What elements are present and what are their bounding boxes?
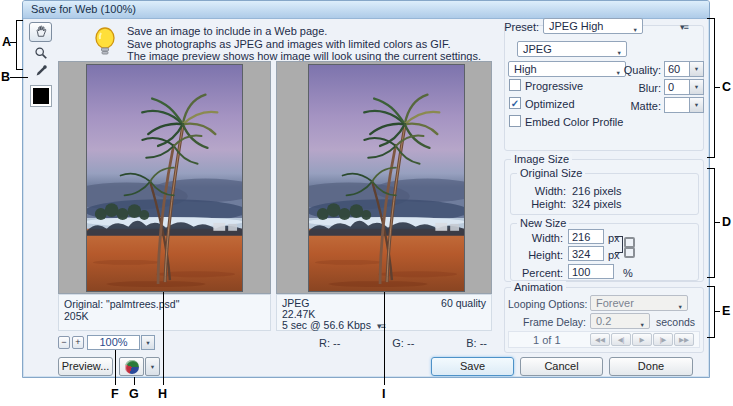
r-value: R: -- [319, 337, 340, 349]
original-status-bar: Original: "palmtrees.psd" 205K [58, 294, 271, 331]
g-value: G: -- [392, 337, 414, 349]
browser-preview-dropdown-button[interactable] [145, 357, 160, 376]
cancel-button[interactable]: Cancel [520, 357, 603, 376]
zoom-out-button[interactable]: − [58, 336, 70, 349]
new-height-input[interactable] [568, 246, 604, 261]
frame-delay-select[interactable]: 0.2 [590, 313, 650, 329]
constrain-link-icon[interactable] [624, 237, 632, 252]
save-for-web-dialog: Save for Web (100%) Save an image to inc… [22, 0, 710, 378]
callout-line-b [10, 77, 28, 78]
callout-line-h [163, 292, 164, 385]
lightbulb-icon [93, 27, 117, 59]
matte-input[interactable] [664, 97, 690, 113]
blur-label: Blur: [623, 82, 661, 94]
browser-globe-icon [125, 360, 139, 374]
callout-bracket-c [707, 18, 715, 158]
callout-line-d [715, 222, 720, 223]
optimized-label: Optimized [525, 98, 575, 110]
last-frame-button[interactable]: ▶▶ [674, 333, 694, 346]
looping-options-select[interactable]: Forever [590, 295, 688, 311]
optimized-preview-panel[interactable] [276, 61, 492, 294]
callout-bracket-e [707, 286, 715, 338]
zoom-level-field[interactable]: 100% [87, 335, 140, 350]
new-height-label: Height: [515, 249, 563, 261]
quality-label: Quality: [615, 64, 661, 76]
orig-width-value: 216 pixels [572, 185, 622, 197]
frame-nav-strip: 1 of 1 ◀◀ ◀| ▶ |▶ ▶▶ [508, 331, 700, 348]
b-value: B: -- [466, 337, 487, 349]
title-bar[interactable]: Save for Web (100%) [23, 1, 709, 19]
eyedropper-color-swatch[interactable] [30, 85, 52, 107]
figure-canvas: Save for Web (100%) Save an image to inc… [0, 0, 733, 406]
preview-button[interactable]: Preview... [58, 357, 113, 376]
orig-width-label: Width: [518, 185, 566, 197]
quality-preset-select[interactable]: High [508, 61, 626, 77]
preset-select[interactable]: JPEG High [543, 18, 643, 34]
looping-options-label: Looping Options: [508, 298, 587, 310]
callout-line-i [384, 292, 385, 385]
callout-letter-d: D [722, 215, 731, 229]
callout-bracket-d [707, 168, 715, 278]
original-preview-image[interactable] [86, 64, 243, 292]
optimized-preview-image[interactable] [308, 64, 465, 292]
optimized-checkbox[interactable]: ✓ [509, 97, 521, 109]
eyedropper-tool-button[interactable] [31, 63, 51, 80]
callout-letter-g: G [129, 387, 139, 401]
zoom-tool-button[interactable] [31, 45, 51, 62]
quality-dropdown-button[interactable] [689, 61, 704, 77]
zoom-in-button[interactable]: + [72, 336, 84, 349]
orig-height-label: Height: [518, 198, 566, 210]
blur-dropdown-button[interactable] [689, 79, 704, 95]
original-size-title: Original Size [517, 167, 585, 179]
callout-letter-f: F [111, 387, 119, 401]
callout-line-e [715, 311, 720, 312]
magnifier-icon [34, 46, 48, 62]
frame-counter: 1 of 1 [533, 334, 561, 346]
callout-line-f [115, 350, 116, 385]
percent-unit: % [623, 267, 633, 279]
frame-delay-label: Frame Delay: [523, 316, 586, 328]
zoom-level-dropdown-button[interactable] [141, 335, 155, 350]
new-width-input[interactable] [568, 229, 604, 244]
tip-line-1: Save an image to include in a Web page. [127, 25, 481, 38]
callout-line-c [715, 87, 720, 88]
percent-input[interactable] [568, 264, 614, 279]
window-title: Save for Web (100%) [31, 3, 136, 15]
callout-letter-b: B [1, 70, 10, 84]
matte-dropdown-button[interactable] [689, 97, 704, 113]
embed-profile-label: Embed Color Profile [525, 116, 623, 128]
callout-letter-c: C [722, 80, 731, 94]
first-frame-button[interactable]: ◀◀ [590, 333, 610, 346]
animation-title: Animation [511, 281, 566, 293]
hand-tool-button[interactable] [29, 22, 52, 42]
rgb-readout: R: -- G: -- B: -- [319, 337, 487, 349]
callout-bracket-a [16, 20, 23, 70]
progressive-label: Progressive [525, 80, 583, 92]
save-button[interactable]: Save [431, 357, 514, 376]
blur-input[interactable] [664, 79, 690, 95]
new-width-label: Width: [515, 232, 563, 244]
preset-label: Preset: [483, 21, 539, 33]
quality-note: 60 quality [441, 298, 486, 309]
orig-height-value: 324 pixels [572, 198, 622, 210]
original-preview-panel[interactable] [58, 61, 271, 294]
percent-label: Percent: [515, 267, 563, 279]
settings-flyout-icon[interactable] [680, 20, 688, 32]
done-button[interactable]: Done [609, 357, 693, 376]
callout-letter-h: H [158, 387, 167, 401]
browser-preview-button[interactable] [119, 357, 144, 376]
next-frame-button[interactable]: |▶ [653, 333, 673, 346]
play-button[interactable]: ▶ [632, 333, 652, 346]
callout-letter-i: I [382, 387, 385, 401]
original-filesize: 205K [64, 310, 265, 322]
previous-frame-button[interactable]: ◀| [611, 333, 631, 346]
format-select[interactable]: JPEG [517, 41, 627, 57]
hand-icon [34, 24, 48, 40]
embed-profile-checkbox[interactable] [509, 115, 521, 127]
quality-input[interactable] [664, 61, 690, 77]
callout-letter-e: E [722, 304, 730, 318]
tip-line-2: Save photographs as JPEG and images with… [127, 38, 481, 51]
progressive-checkbox[interactable] [509, 79, 521, 91]
callout-line-g [134, 377, 135, 385]
new-size-title: New Size [517, 217, 569, 229]
